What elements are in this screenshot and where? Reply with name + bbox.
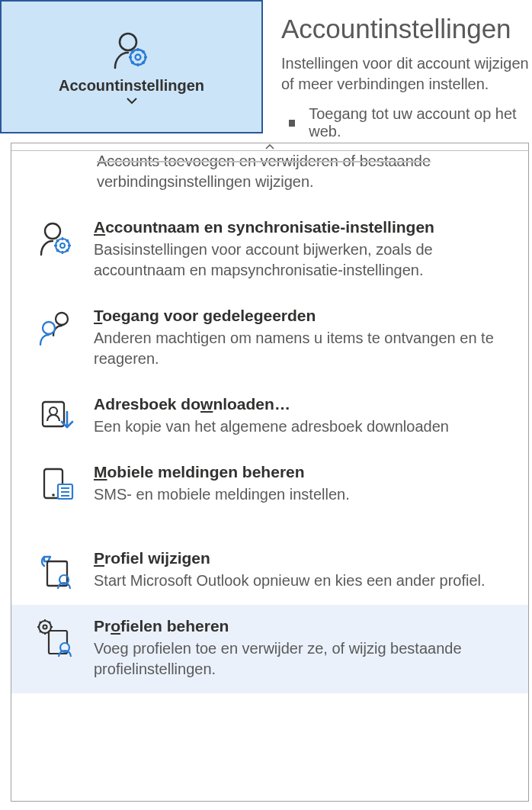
menu-item-desc: Anderen machtigen om namens u items te o…	[94, 328, 511, 369]
bullet-row: Toegang tot uw account op het web.	[281, 105, 532, 140]
menu-item-desc: Een kopie van het algemene adresboek dow…	[94, 416, 511, 437]
page-title: Accountinstellingen	[281, 14, 532, 44]
svg-point-22	[56, 313, 68, 325]
menu-item-title: Profielen beheren	[94, 617, 511, 635]
mobile-settings-icon	[36, 463, 77, 505]
account-settings-ribbon-button[interactable]: Accountinstellingen	[0, 0, 263, 133]
menu-item-title: Toegang voor gedelegeerden	[94, 307, 511, 325]
svg-line-41	[40, 622, 41, 623]
menu-item-desc: Basisinstellingen voor account bijwerken…	[94, 239, 511, 281]
dropdown-scroll-up[interactable]	[11, 143, 528, 151]
ribbon-button-label: Accountinstellingen	[59, 77, 204, 95]
menu-item-manage-profiles[interactable]: Profielen beheren Voeg profielen toe en …	[11, 605, 528, 693]
account-settings-dropdown: Accounts toevoegen en verwijderen of bes…	[11, 143, 529, 802]
page-subtitle: Instellingen voor dit account wijzigen o…	[281, 53, 532, 95]
change-profile-icon	[36, 549, 77, 591]
menu-item-mobile-notifications[interactable]: Mobiele meldingen beheren SMS- en mobiel…	[11, 451, 528, 519]
svg-point-11	[45, 223, 60, 239]
account-gear-icon	[111, 30, 153, 72]
menu-item-desc: Voeg profielen toe en verwijder ze, of w…	[94, 638, 511, 680]
menu-item-desc: Start Microsoft Outlook opnieuw en kies …	[94, 571, 511, 591]
chevron-down-icon	[127, 98, 137, 104]
page-header: Accountinstellingen Instellingen voor di…	[263, 0, 532, 140]
menu-item-title: Adresboek downloaden…	[94, 395, 511, 413]
menu-item-change-profile[interactable]: Profiel wijzigen Start Microsoft Outlook…	[11, 537, 528, 605]
svg-line-43	[40, 631, 41, 632]
account-gear-icon	[36, 218, 77, 281]
menu-item-title: Profiel wijzigen	[94, 549, 511, 567]
svg-line-44	[49, 622, 50, 623]
svg-point-0	[120, 34, 136, 50]
menu-item-title: Accountnaam en synchronisatie-instelling…	[94, 218, 511, 236]
menu-item-delegate-access[interactable]: Toegang voor gedelegeerden Anderen macht…	[11, 294, 528, 383]
menu-item-account-name-sync[interactable]: Accountnaam en synchronisatie-instelling…	[11, 206, 528, 294]
svg-point-28	[52, 493, 55, 497]
menu-item-download-addressbook[interactable]: Adresboek downloaden… Een kopie van het …	[11, 383, 528, 451]
truncated-menu-item[interactable]: Accounts toevoegen en verwijderen of bes…	[11, 151, 528, 206]
svg-point-25	[50, 407, 57, 415]
svg-point-23	[43, 322, 55, 334]
menu-item-desc: SMS- en mobiele meldingen instellen.	[94, 484, 511, 505]
download-addressbook-icon	[36, 395, 77, 437]
svg-point-36	[43, 625, 46, 628]
delegate-icon	[36, 307, 77, 369]
manage-profiles-icon	[36, 617, 77, 680]
bullet-text: Toegang tot uw account op het web.	[309, 105, 532, 140]
menu-item-title: Mobiele meldingen beheren	[94, 463, 511, 481]
bullet-square-icon	[289, 120, 295, 127]
